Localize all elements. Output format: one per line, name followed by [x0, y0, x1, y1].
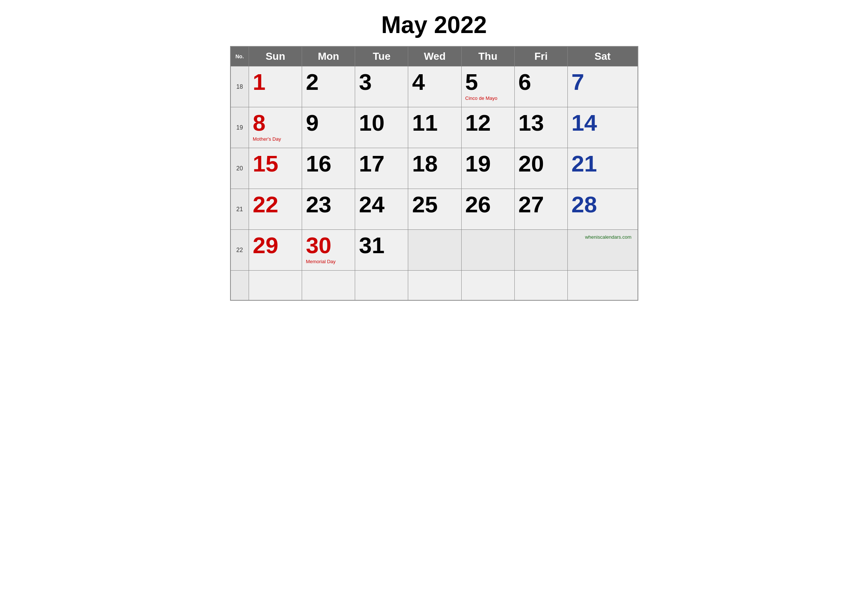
day-cell: wheniscalendars.com	[567, 230, 637, 271]
day-number: 5	[465, 70, 511, 95]
day-number: 26	[465, 192, 511, 217]
day-cell	[461, 230, 515, 271]
day-cell: 25	[408, 189, 461, 230]
day-number: 8	[253, 110, 298, 135]
day-number: 6	[518, 70, 564, 95]
day-number: 2	[306, 70, 351, 95]
day-cell: 13	[515, 107, 567, 148]
day-cell: 26	[461, 189, 515, 230]
day-cell	[408, 230, 461, 271]
day-cell: 16	[302, 148, 355, 189]
empty-day-cell	[302, 271, 355, 300]
empty-day-cell	[461, 271, 515, 300]
day-number: 10	[359, 110, 404, 135]
day-cell: 12	[461, 107, 515, 148]
day-cell: 20	[515, 148, 567, 189]
week-number: 18	[231, 67, 249, 107]
day-cell: 4	[408, 67, 461, 107]
calendar-container: May 2022 No. Sun Mon Tue Wed Thu Fri Sat…	[230, 11, 638, 301]
header-sun: Sun	[249, 47, 302, 67]
calendar-table: No. Sun Mon Tue Wed Thu Fri Sat 1812345C…	[230, 46, 638, 301]
day-number: 13	[518, 110, 564, 135]
day-number: 19	[465, 151, 511, 176]
day-cell: 7	[567, 67, 637, 107]
week-row: 1812345Cinco de Mayo67	[231, 67, 638, 107]
day-cell: 17	[355, 148, 408, 189]
day-number: 15	[253, 151, 298, 176]
day-number: 30	[306, 233, 351, 258]
day-cell: 23	[302, 189, 355, 230]
day-cell: 22	[249, 189, 302, 230]
header-row: No. Sun Mon Tue Wed Thu Fri Sat	[231, 47, 638, 67]
day-number: 1	[253, 70, 298, 95]
day-cell: 2	[302, 67, 355, 107]
day-cell: 19	[461, 148, 515, 189]
day-number: 31	[359, 233, 404, 258]
week-number: 22	[231, 230, 249, 271]
empty-day-cell	[249, 271, 302, 300]
day-cell: 30Memorial Day	[302, 230, 355, 271]
header-fri: Fri	[515, 47, 567, 67]
day-number: 11	[412, 110, 457, 135]
week-number: 20	[231, 148, 249, 189]
day-cell: 11	[408, 107, 461, 148]
day-number: 20	[518, 151, 564, 176]
header-mon: Mon	[302, 47, 355, 67]
day-cell: 18	[408, 148, 461, 189]
day-cell: 10	[355, 107, 408, 148]
day-cell: 29	[249, 230, 302, 271]
holiday-label: Cinco de Mayo	[465, 95, 511, 101]
day-cell: 21	[567, 148, 637, 189]
day-cell: 31	[355, 230, 408, 271]
holiday-label: Mother's Day	[253, 136, 298, 142]
empty-day-cell	[355, 271, 408, 300]
day-number: 12	[465, 110, 511, 135]
day-number: 23	[306, 192, 351, 217]
day-number: 22	[253, 192, 298, 217]
day-number: 29	[253, 233, 298, 258]
calendar-title: May 2022	[230, 11, 638, 39]
day-number: 3	[359, 70, 404, 95]
week-row: 2122232425262728	[231, 189, 638, 230]
day-cell: 3	[355, 67, 408, 107]
day-number: 25	[412, 192, 457, 217]
empty-row	[231, 271, 638, 300]
week-number: 21	[231, 189, 249, 230]
day-cell	[515, 230, 567, 271]
day-number: 9	[306, 110, 351, 135]
week-row: 2015161718192021	[231, 148, 638, 189]
day-cell: 15	[249, 148, 302, 189]
day-cell: 27	[515, 189, 567, 230]
day-number: 21	[572, 151, 634, 176]
holiday-label: Memorial Day	[306, 259, 351, 264]
empty-day-cell-last	[567, 271, 637, 300]
day-number: 7	[572, 70, 634, 95]
header-thu: Thu	[461, 47, 515, 67]
day-number: 16	[306, 151, 351, 176]
day-cell: 14	[567, 107, 637, 148]
week-number-empty	[231, 271, 249, 300]
week-row: 198Mother's Day91011121314	[231, 107, 638, 148]
empty-day-cell	[408, 271, 461, 300]
day-cell: 6	[515, 67, 567, 107]
day-cell: 9	[302, 107, 355, 148]
day-cell: 1	[249, 67, 302, 107]
week-no-header: No.	[231, 47, 249, 67]
day-number: 14	[572, 110, 634, 135]
calendar-body: 1812345Cinco de Mayo67198Mother's Day910…	[231, 67, 638, 300]
header-sat: Sat	[567, 47, 637, 67]
day-number: 24	[359, 192, 404, 217]
day-cell: 24	[355, 189, 408, 230]
week-row: 222930Memorial Day31wheniscalendars.com	[231, 230, 638, 271]
day-cell: 5Cinco de Mayo	[461, 67, 515, 107]
empty-day-cell	[515, 271, 567, 300]
header-wed: Wed	[408, 47, 461, 67]
day-number: 4	[412, 70, 457, 95]
day-number: 28	[572, 192, 634, 217]
day-cell: 28	[567, 189, 637, 230]
day-number: 27	[518, 192, 564, 217]
day-number: 18	[412, 151, 457, 176]
watermark: wheniscalendars.com	[572, 233, 634, 241]
week-number: 19	[231, 107, 249, 148]
day-cell: 8Mother's Day	[249, 107, 302, 148]
